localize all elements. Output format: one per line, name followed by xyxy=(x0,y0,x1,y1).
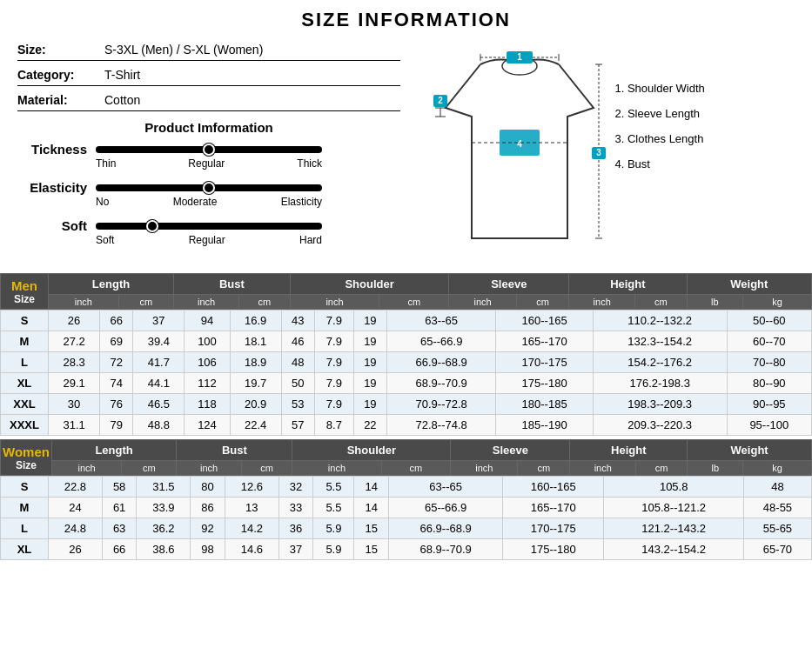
men-data-cell: 7.9 xyxy=(314,373,353,394)
men-sub-inch-1: inch xyxy=(49,295,119,310)
women-sub-lb: lb xyxy=(688,461,743,476)
men-data-cell: 39.4 xyxy=(133,331,185,352)
women-data-cell: 24 xyxy=(49,498,103,518)
women-data-cell: 98 xyxy=(191,539,225,560)
men-sub-lb: lb xyxy=(687,295,742,310)
men-col-shoulder: Shoulder xyxy=(290,274,449,295)
men-data-cell: 124 xyxy=(185,415,230,436)
women-col-weight: Weight xyxy=(688,440,812,461)
men-data-cell: 22 xyxy=(353,415,386,436)
material-label: Material: xyxy=(17,93,96,107)
women-sub-cm-1: cm xyxy=(122,461,177,476)
tickness-label: Tickness xyxy=(17,142,96,157)
men-size-cell: S xyxy=(1,311,49,331)
men-data-cell: 46.5 xyxy=(133,394,185,415)
men-data-cell: 72 xyxy=(100,352,133,373)
women-data-cell: 14 xyxy=(354,477,389,498)
diagram-legend: 1. Shoulder Width 2. Sleeve Length 3. Cl… xyxy=(611,47,785,187)
men-col-sleeve: Sleeve xyxy=(449,274,569,295)
men-col-bust: Bust xyxy=(174,274,291,295)
women-sub-kg: kg xyxy=(743,461,812,476)
men-data-cell: 18.1 xyxy=(230,331,281,352)
tshirt-diagram: 1 2 3 4 xyxy=(428,47,611,256)
men-data-cell: 19 xyxy=(353,373,386,394)
women-sub-cm-4: cm xyxy=(518,461,570,476)
women-data-cell: 36.2 xyxy=(137,518,191,539)
men-data-cell: 16.9 xyxy=(230,311,281,331)
women-data-cell: 165--170 xyxy=(503,498,604,518)
women-sub-inch-5: inch xyxy=(570,461,636,476)
women-data-cell: 24.8 xyxy=(49,518,103,539)
men-table-section: Men Size Length Bust Shoulder Sleeve Hei… xyxy=(0,273,812,436)
legend-item-1: 1. Shoulder Width xyxy=(615,82,781,95)
women-sub-cm-2: cm xyxy=(242,461,292,476)
legend-item-4: 4. Bust xyxy=(615,157,781,170)
men-data-cell: 27.2 xyxy=(49,331,100,352)
women-size-cell: L xyxy=(1,518,49,539)
men-data-cell: 19.7 xyxy=(230,373,281,394)
category-line: Category: T-Shirt xyxy=(17,68,400,86)
tickness-label-thin: Thin xyxy=(96,157,116,170)
men-data-cell: 165--170 xyxy=(496,331,593,352)
tickness-label-regular: Regular xyxy=(188,157,225,170)
women-data-cell: 55-65 xyxy=(743,518,811,539)
soft-label-hard: Hard xyxy=(299,234,322,246)
men-data-cell: 8.7 xyxy=(314,415,353,436)
women-data-cell: 63--65 xyxy=(389,477,503,498)
women-data-cell: 13 xyxy=(225,498,278,518)
men-data-cell: 19 xyxy=(353,311,386,331)
women-data-cell: 5.9 xyxy=(313,518,354,539)
men-data-cell: 95--100 xyxy=(727,415,811,436)
women-data-row: XL266638.69814.6375.91568.9--70.9175--18… xyxy=(1,539,812,560)
women-data-cell: 66 xyxy=(102,539,137,560)
men-sub-cm-2: cm xyxy=(239,295,291,310)
men-data-table: S2666379416.9437.91963--65160--165110.2-… xyxy=(0,310,812,436)
women-data-cell: 170--175 xyxy=(503,518,604,539)
women-sub-inch-2: inch xyxy=(177,461,242,476)
men-data-cell: 209.3--220.3 xyxy=(593,415,727,436)
women-size-cell: S xyxy=(1,477,49,498)
women-data-cell: 33 xyxy=(278,498,313,518)
women-sub-cm-5: cm xyxy=(636,461,688,476)
women-data-cell: 26 xyxy=(49,539,103,560)
men-data-cell: 170--175 xyxy=(496,352,593,373)
men-data-cell: 132.3--154.2 xyxy=(593,331,727,352)
svg-text:4: 4 xyxy=(517,139,522,149)
men-sub-inch-2: inch xyxy=(174,295,239,310)
men-data-cell: 112 xyxy=(185,373,230,394)
men-data-cell: 90--95 xyxy=(727,394,811,415)
women-data-cell: 80 xyxy=(191,477,225,498)
men-header-row: Men Size Length Bust Shoulder Sleeve Hei… xyxy=(1,274,812,295)
women-data-cell: 33.9 xyxy=(137,498,191,518)
women-table-section: Women Size Length Bust Shoulder Sleeve H… xyxy=(0,439,812,560)
men-data-cell: 41.7 xyxy=(133,352,185,373)
page-title: SIZE INFORMATION xyxy=(0,0,812,38)
men-sub-kg: kg xyxy=(742,295,811,310)
women-data-cell: 37 xyxy=(278,539,313,560)
women-data-cell: 121.2--143.2 xyxy=(604,518,744,539)
men-data-cell: 176.2-198.3 xyxy=(593,373,727,394)
men-data-cell: 76 xyxy=(100,394,133,415)
women-data-cell: 14.6 xyxy=(225,539,278,560)
women-data-cell: 5.5 xyxy=(313,477,354,498)
men-data-cell: 154.2--176.2 xyxy=(593,352,727,373)
legend-item-3: 3. Clothes Length xyxy=(615,132,781,145)
men-data-cell: 57 xyxy=(281,415,314,436)
men-sub-cm-1: cm xyxy=(118,295,173,310)
women-col-shoulder: Shoulder xyxy=(292,440,451,461)
women-table: Women Size Length Bust Shoulder Sleeve H… xyxy=(0,439,812,476)
women-col-sleeve: Sleeve xyxy=(451,440,570,461)
category-label: Category: xyxy=(17,68,96,82)
men-subheader-row: inchcm inchcm inchcm inchcm inchcm lbkg xyxy=(1,295,812,310)
women-size-cell: XL xyxy=(1,539,49,560)
women-sub-inch-4: inch xyxy=(451,461,518,476)
women-data-cell: 32 xyxy=(278,477,313,498)
women-data-row: M246133.98613335.51465--66.9165--170105.… xyxy=(1,498,812,518)
women-data-cell: 68.9--70.9 xyxy=(389,539,503,560)
soft-label: Soft xyxy=(17,218,96,233)
women-data-cell: 61 xyxy=(102,498,137,518)
men-sub-inch-5: inch xyxy=(569,295,635,310)
elasticity-label-elasticity: Elasticity xyxy=(281,196,322,208)
men-size-cell: XXL xyxy=(1,394,49,415)
soft-label-soft: Soft xyxy=(96,234,114,246)
